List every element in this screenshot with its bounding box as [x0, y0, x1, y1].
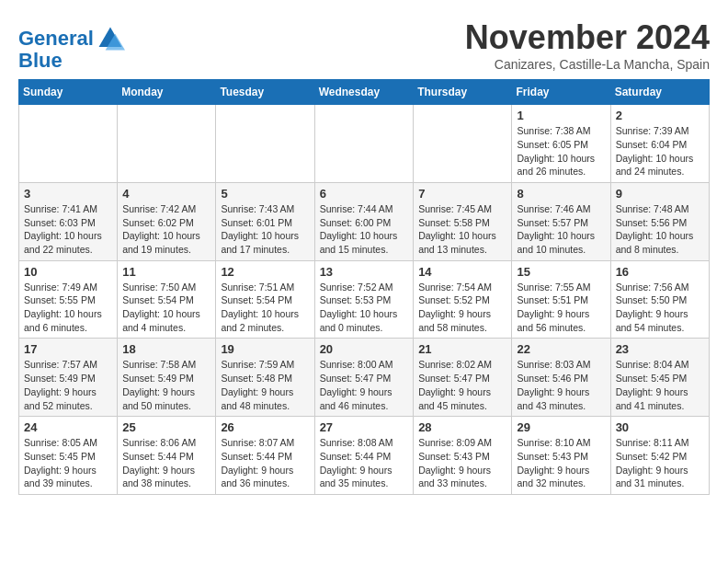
cell-info: Sunrise: 8:04 AM Sunset: 5:45 PM Dayligh…	[616, 358, 704, 412]
calendar-cell: 6Sunrise: 7:44 AM Sunset: 6:00 PM Daylig…	[314, 182, 414, 260]
cell-info: Sunrise: 7:42 AM Sunset: 6:02 PM Dayligh…	[122, 202, 210, 257]
calendar-cell	[314, 105, 414, 183]
calendar-table: SundayMondayTuesdayWednesdayThursdayFrid…	[18, 79, 710, 495]
calendar-cell: 28Sunrise: 8:09 AM Sunset: 5:43 PM Dayli…	[414, 417, 512, 495]
day-number: 12	[221, 265, 309, 279]
calendar-cell: 19Sunrise: 7:59 AM Sunset: 5:48 PM Dayli…	[216, 339, 314, 417]
calendar-cell: 10Sunrise: 7:49 AM Sunset: 5:55 PM Dayli…	[19, 260, 118, 339]
calendar-cell: 22Sunrise: 8:03 AM Sunset: 5:46 PM Dayli…	[512, 339, 610, 417]
header-thursday: Thursday	[414, 80, 512, 105]
day-number: 10	[24, 265, 112, 279]
cell-info: Sunrise: 7:48 AM Sunset: 5:56 PM Dayligh…	[616, 202, 704, 257]
cell-info: Sunrise: 8:10 AM Sunset: 5:43 PM Dayligh…	[517, 436, 605, 490]
cell-info: Sunrise: 7:59 AM Sunset: 5:48 PM Dayligh…	[221, 358, 309, 412]
calendar-cell: 16Sunrise: 7:56 AM Sunset: 5:50 PM Dayli…	[610, 260, 709, 339]
calendar-cell: 12Sunrise: 7:51 AM Sunset: 5:54 PM Dayli…	[216, 260, 314, 339]
cell-info: Sunrise: 8:09 AM Sunset: 5:43 PM Dayligh…	[418, 436, 506, 490]
cell-info: Sunrise: 7:41 AM Sunset: 6:03 PM Dayligh…	[24, 202, 112, 257]
calendar-cell: 20Sunrise: 8:00 AM Sunset: 5:47 PM Dayli…	[314, 339, 414, 417]
day-number: 27	[320, 420, 409, 434]
calendar-cell: 26Sunrise: 8:07 AM Sunset: 5:44 PM Dayli…	[216, 417, 314, 495]
calendar-cell: 18Sunrise: 7:58 AM Sunset: 5:49 PM Dayli…	[118, 339, 216, 417]
cell-info: Sunrise: 7:51 AM Sunset: 5:54 PM Dayligh…	[221, 281, 309, 335]
week-row-2: 10Sunrise: 7:49 AM Sunset: 5:55 PM Dayli…	[19, 260, 710, 339]
week-row-1: 3Sunrise: 7:41 AM Sunset: 6:03 PM Daylig…	[19, 182, 710, 260]
day-number: 1	[517, 109, 605, 122]
day-number: 19	[221, 342, 309, 356]
calendar-cell: 13Sunrise: 7:52 AM Sunset: 5:53 PM Dayli…	[314, 260, 414, 339]
cell-info: Sunrise: 7:50 AM Sunset: 5:54 PM Dayligh…	[122, 281, 210, 335]
calendar-header-row: SundayMondayTuesdayWednesdayThursdayFrid…	[19, 80, 710, 105]
calendar-cell: 11Sunrise: 7:50 AM Sunset: 5:54 PM Dayli…	[118, 260, 216, 339]
day-number: 30	[616, 420, 704, 434]
cell-info: Sunrise: 7:57 AM Sunset: 5:49 PM Dayligh…	[24, 358, 112, 412]
week-row-3: 17Sunrise: 7:57 AM Sunset: 5:49 PM Dayli…	[19, 339, 710, 417]
day-number: 26	[221, 420, 309, 434]
cell-info: Sunrise: 7:52 AM Sunset: 5:53 PM Dayligh…	[320, 281, 409, 335]
cell-info: Sunrise: 8:06 AM Sunset: 5:44 PM Dayligh…	[122, 436, 210, 490]
day-number: 4	[122, 187, 210, 201]
day-number: 23	[616, 342, 704, 356]
calendar-cell	[19, 105, 118, 183]
header-saturday: Saturday	[610, 80, 709, 105]
cell-info: Sunrise: 7:38 AM Sunset: 6:05 PM Dayligh…	[517, 124, 605, 178]
calendar-cell: 2Sunrise: 7:39 AM Sunset: 6:04 PM Daylig…	[610, 105, 709, 183]
page-header: General Blue November 2024 Canizares, Ca…	[18, 18, 710, 72]
header-wednesday: Wednesday	[314, 80, 414, 105]
cell-info: Sunrise: 7:58 AM Sunset: 5:49 PM Dayligh…	[122, 358, 210, 412]
cell-info: Sunrise: 7:46 AM Sunset: 5:57 PM Dayligh…	[517, 202, 605, 257]
week-row-0: 1Sunrise: 7:38 AM Sunset: 6:05 PM Daylig…	[19, 105, 710, 183]
cell-info: Sunrise: 7:45 AM Sunset: 5:58 PM Dayligh…	[418, 202, 506, 257]
month-title: November 2024	[465, 18, 710, 57]
title-area: November 2024 Canizares, Castille-La Man…	[465, 18, 710, 72]
calendar-cell	[216, 105, 314, 183]
day-number: 16	[616, 265, 704, 279]
cell-info: Sunrise: 8:03 AM Sunset: 5:46 PM Dayligh…	[517, 358, 605, 412]
week-row-4: 24Sunrise: 8:05 AM Sunset: 5:45 PM Dayli…	[19, 417, 710, 495]
subtitle: Canizares, Castille-La Mancha, Spain	[465, 57, 710, 72]
calendar-cell: 5Sunrise: 7:43 AM Sunset: 6:01 PM Daylig…	[216, 182, 314, 260]
day-number: 9	[616, 187, 704, 201]
calendar-cell: 4Sunrise: 7:42 AM Sunset: 6:02 PM Daylig…	[118, 182, 216, 260]
cell-info: Sunrise: 8:00 AM Sunset: 5:47 PM Dayligh…	[320, 358, 409, 412]
header-friday: Friday	[512, 80, 610, 105]
calendar-cell: 7Sunrise: 7:45 AM Sunset: 5:58 PM Daylig…	[414, 182, 512, 260]
day-number: 2	[616, 109, 704, 122]
calendar-cell: 14Sunrise: 7:54 AM Sunset: 5:52 PM Dayli…	[414, 260, 512, 339]
cell-info: Sunrise: 7:54 AM Sunset: 5:52 PM Dayligh…	[418, 281, 506, 335]
day-number: 5	[221, 187, 309, 201]
calendar-cell: 21Sunrise: 8:02 AM Sunset: 5:47 PM Dayli…	[414, 339, 512, 417]
day-number: 3	[24, 187, 112, 201]
logo-text: General	[18, 28, 94, 50]
header-tuesday: Tuesday	[216, 80, 314, 105]
calendar-cell: 29Sunrise: 8:10 AM Sunset: 5:43 PM Dayli…	[512, 417, 610, 495]
logo: General Blue	[18, 24, 125, 72]
cell-info: Sunrise: 8:08 AM Sunset: 5:44 PM Dayligh…	[320, 436, 409, 490]
day-number: 21	[418, 342, 506, 356]
calendar-cell: 27Sunrise: 8:08 AM Sunset: 5:44 PM Dayli…	[314, 417, 414, 495]
day-number: 18	[122, 342, 210, 356]
header-monday: Monday	[118, 80, 216, 105]
calendar-cell: 23Sunrise: 8:04 AM Sunset: 5:45 PM Dayli…	[610, 339, 709, 417]
calendar-cell: 3Sunrise: 7:41 AM Sunset: 6:03 PM Daylig…	[19, 182, 118, 260]
cell-info: Sunrise: 7:49 AM Sunset: 5:55 PM Dayligh…	[24, 281, 112, 335]
cell-info: Sunrise: 8:07 AM Sunset: 5:44 PM Dayligh…	[221, 436, 309, 490]
day-number: 8	[517, 187, 605, 201]
calendar-cell: 30Sunrise: 8:11 AM Sunset: 5:42 PM Dayli…	[610, 417, 709, 495]
day-number: 13	[320, 265, 409, 279]
calendar-cell: 25Sunrise: 8:06 AM Sunset: 5:44 PM Dayli…	[118, 417, 216, 495]
logo-icon	[96, 24, 125, 53]
calendar-cell: 9Sunrise: 7:48 AM Sunset: 5:56 PM Daylig…	[610, 182, 709, 260]
day-number: 7	[418, 187, 506, 201]
cell-info: Sunrise: 7:39 AM Sunset: 6:04 PM Dayligh…	[616, 124, 704, 178]
day-number: 6	[320, 187, 409, 201]
calendar-cell: 15Sunrise: 7:55 AM Sunset: 5:51 PM Dayli…	[512, 260, 610, 339]
cell-info: Sunrise: 7:43 AM Sunset: 6:01 PM Dayligh…	[221, 202, 309, 257]
calendar-cell: 24Sunrise: 8:05 AM Sunset: 5:45 PM Dayli…	[19, 417, 118, 495]
day-number: 17	[24, 342, 112, 356]
day-number: 22	[517, 342, 605, 356]
cell-info: Sunrise: 8:11 AM Sunset: 5:42 PM Dayligh…	[616, 436, 704, 490]
cell-info: Sunrise: 8:02 AM Sunset: 5:47 PM Dayligh…	[418, 358, 506, 412]
day-number: 14	[418, 265, 506, 279]
day-number: 11	[122, 265, 210, 279]
